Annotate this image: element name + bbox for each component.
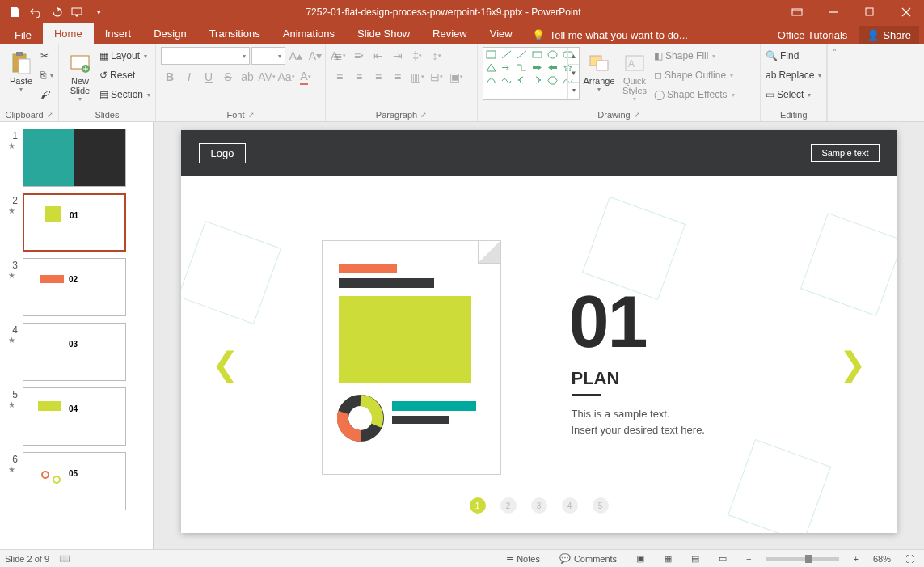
clipboard-dialog-icon[interactable]: ⤢ xyxy=(47,111,53,119)
shape-line-icon[interactable] xyxy=(500,49,513,60)
slide-editor[interactable]: Logo Sample text ❮ ❯ xyxy=(154,122,924,549)
shape-oval-icon[interactable] xyxy=(546,49,559,60)
reset-button[interactable]: ↺Reset xyxy=(99,66,150,84)
tab-view[interactable]: View xyxy=(479,23,524,44)
align-center-icon[interactable]: ≡ xyxy=(350,68,368,86)
grow-font-icon[interactable]: A▴ xyxy=(287,47,305,65)
minimize-icon[interactable] xyxy=(815,0,851,23)
strike-button[interactable]: S xyxy=(219,68,237,86)
share-button[interactable]: 👤 Share xyxy=(859,26,919,44)
align-right-icon[interactable]: ≡ xyxy=(369,68,387,86)
new-slide-button[interactable]: New Slide ▾ xyxy=(64,47,96,103)
case-button[interactable]: Aa▾ xyxy=(277,68,295,86)
font-dialog-icon[interactable]: ⤢ xyxy=(248,111,255,119)
thumb-1[interactable]: 1★ xyxy=(0,125,153,190)
copy-button[interactable]: ⎘▾ xyxy=(40,66,53,84)
drawing-dialog-icon[interactable]: ⤢ xyxy=(634,111,640,119)
zoom-out-icon[interactable]: − xyxy=(741,554,756,564)
sorter-view-icon[interactable]: ▦ xyxy=(659,553,677,564)
replace-button[interactable]: abReplace▾ xyxy=(766,66,821,84)
shape-line2-icon[interactable] xyxy=(516,49,528,60)
gallery-up-icon[interactable]: ▲ xyxy=(568,48,579,65)
pager-dot-4[interactable]: 4 xyxy=(562,497,578,514)
line-spacing-icon[interactable]: ‡▾ xyxy=(408,47,426,65)
slide-title[interactable]: PLAN xyxy=(572,368,620,389)
slideshow-icon[interactable] xyxy=(68,2,87,22)
indent-icon[interactable]: ⇥ xyxy=(389,47,407,65)
tab-insert[interactable]: Insert xyxy=(94,23,143,44)
numbering-icon[interactable]: ≡▾ xyxy=(350,47,368,65)
justify-icon[interactable]: ≡ xyxy=(389,68,407,86)
thumb-4[interactable]: 4★03 xyxy=(0,319,153,384)
maximize-icon[interactable] xyxy=(851,0,888,23)
slideshow-view-icon[interactable]: ▭ xyxy=(714,553,732,564)
slide-description[interactable]: This is a sample text. Insert your desir… xyxy=(572,406,705,438)
reading-view-icon[interactable]: ▤ xyxy=(686,553,704,564)
zoom-level[interactable]: 68% xyxy=(873,554,891,564)
notes-button[interactable]: ≐Notes xyxy=(501,553,545,564)
find-button[interactable]: 🔍Find xyxy=(766,47,821,65)
tab-slideshow[interactable]: Slide Show xyxy=(346,23,421,44)
underline-button[interactable]: U xyxy=(200,68,217,86)
tab-design[interactable]: Design xyxy=(142,23,197,44)
slide-number[interactable]: 01 xyxy=(569,281,647,364)
slide-thumbnails[interactable]: 1★ 2★01 3★02 4★03 5★04 6★05 xyxy=(0,122,154,549)
shape-wave-icon[interactable] xyxy=(500,75,513,86)
format-painter-button[interactable]: 🖌 xyxy=(40,86,53,104)
office-tutorials-link[interactable]: Office Tutorials xyxy=(778,29,847,41)
section-button[interactable]: ▤Section▾ xyxy=(99,86,150,104)
logo-box[interactable]: Logo xyxy=(199,143,247,163)
ribbon-options-icon[interactable] xyxy=(778,0,815,23)
shadow-button[interactable]: ab xyxy=(238,68,256,86)
document-graphic[interactable] xyxy=(322,240,501,475)
shape-lbrace-icon[interactable] xyxy=(516,75,528,86)
layout-button[interactable]: ▦Layout▾ xyxy=(99,47,150,65)
sample-text-box[interactable]: Sample text xyxy=(811,144,879,162)
font-family-select[interactable]: ▾ xyxy=(161,47,250,65)
tab-home[interactable]: Home xyxy=(43,23,94,44)
shape-larrow-icon[interactable] xyxy=(546,62,559,73)
normal-view-icon[interactable]: ▣ xyxy=(631,553,649,564)
comments-button[interactable]: 💬Comments xyxy=(555,553,622,564)
italic-button[interactable]: I xyxy=(180,68,198,86)
shape-rbrace-icon[interactable] xyxy=(531,75,543,86)
smartart-icon[interactable]: ▣▾ xyxy=(447,68,465,86)
pager-dot-2[interactable]: 2 xyxy=(500,497,517,514)
tell-me[interactable]: 💡 Tell me what you want to do... xyxy=(524,26,696,44)
next-arrow-icon[interactable]: ❯ xyxy=(839,345,867,383)
thumb-3[interactable]: 3★02 xyxy=(0,255,153,319)
undo-icon[interactable] xyxy=(26,2,45,22)
prev-arrow-icon[interactable]: ❮ xyxy=(212,345,239,383)
shrink-font-icon[interactable]: A▾ xyxy=(306,47,324,65)
gallery-down-icon[interactable]: ▼ xyxy=(568,65,579,82)
thumb-5[interactable]: 5★04 xyxy=(0,384,153,449)
align-text-icon[interactable]: ⊟▾ xyxy=(428,68,445,86)
thumb-2[interactable]: 2★01 xyxy=(0,190,153,255)
shape-rarrow-icon[interactable] xyxy=(531,62,543,73)
zoom-in-icon[interactable]: + xyxy=(849,554,863,564)
shape-tri-icon[interactable] xyxy=(485,62,497,73)
text-direction-icon[interactable]: ↕▾ xyxy=(428,47,445,65)
font-color-button[interactable]: A▾ xyxy=(297,68,314,86)
tab-transitions[interactable]: Transitions xyxy=(198,23,272,44)
paste-button[interactable]: Paste ▾ xyxy=(5,47,37,93)
quick-styles-button[interactable]: A Quick Styles▾ xyxy=(618,47,651,103)
bullets-icon[interactable]: ≣▾ xyxy=(331,47,348,65)
outdent-icon[interactable]: ⇤ xyxy=(369,47,387,65)
pager-dot-1[interactable]: 1 xyxy=(470,497,486,514)
shapes-gallery[interactable]: ▲▼▾ xyxy=(483,47,580,100)
arrange-button[interactable]: Arrange▾ xyxy=(583,47,615,93)
zoom-slider[interactable] xyxy=(766,557,839,561)
select-button[interactable]: ▭Select▾ xyxy=(766,86,821,104)
shape-effects-button[interactable]: ◯Shape Effects▾ xyxy=(654,86,735,104)
align-left-icon[interactable]: ≡ xyxy=(331,68,348,86)
spacing-button[interactable]: AV▾ xyxy=(258,68,276,86)
pager-dot-3[interactable]: 3 xyxy=(531,497,547,514)
slide-canvas[interactable]: Logo Sample text ❮ ❯ xyxy=(181,130,897,533)
spellcheck-icon[interactable]: 📖 xyxy=(59,553,70,564)
fit-window-icon[interactable]: ⛶ xyxy=(901,554,919,564)
tab-file[interactable]: File xyxy=(3,26,43,44)
slide-counter[interactable]: Slide 2 of 9 xyxy=(5,554,49,564)
shape-hex-icon[interactable] xyxy=(546,75,559,86)
shape-curve-icon[interactable] xyxy=(485,75,497,86)
